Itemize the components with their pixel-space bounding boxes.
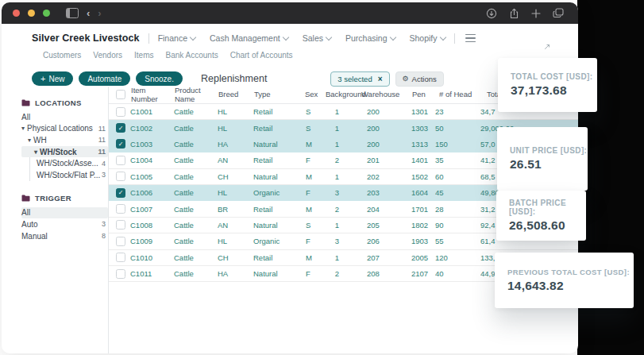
cell-sex: F	[303, 237, 325, 245]
nav-item-sales[interactable]: Sales	[303, 33, 331, 43]
snooze-button[interactable]: Snooze.	[136, 71, 183, 86]
row-checkbox[interactable]	[116, 253, 125, 262]
cell-sex: S	[303, 124, 325, 133]
expand-icon[interactable]	[543, 43, 551, 51]
menu-icon[interactable]	[465, 34, 476, 42]
cell-product-name: Cattle	[174, 124, 218, 133]
nav-item-finance[interactable]: Finance	[158, 33, 195, 43]
column-header-pen[interactable]: Pen	[411, 90, 435, 98]
close-window-button[interactable]	[13, 10, 20, 17]
column-header-sex[interactable]: Sex	[303, 90, 325, 98]
row-checkbox[interactable]: ✓	[116, 188, 125, 198]
cell-breed: AN	[218, 221, 253, 230]
location-wh-stock[interactable]: ▾WH/Stock11	[21, 146, 108, 158]
row-checkbox[interactable]	[116, 204, 125, 214]
unit-price-card: UNIT PRICE [USD]: 26.51	[497, 127, 588, 191]
cell-background: 1	[325, 124, 361, 133]
location-physical-locations[interactable]: ▾Physical Locations11	[21, 123, 108, 135]
cell-warehouse: 204	[361, 205, 411, 214]
trigger-items: AllAuto3Manual8	[21, 207, 108, 242]
zoom-window-button[interactable]	[43, 10, 50, 17]
new-tab-icon[interactable]	[531, 9, 541, 18]
column-header-product-name[interactable]: Product Name	[174, 86, 218, 103]
subnav-item-chart-of-accounts[interactable]: Chart of Accounts	[230, 51, 293, 60]
cell-sex: S	[303, 107, 325, 116]
selection-badge[interactable]: 3 selected ×	[330, 71, 389, 87]
cell-background: 2	[325, 269, 361, 278]
new-button[interactable]: +New	[32, 71, 73, 86]
back-button[interactable]: ‹	[87, 8, 90, 18]
row-checkbox[interactable]: ✓	[116, 139, 125, 149]
row-checkbox[interactable]	[116, 172, 125, 181]
cell-breed: CH	[218, 253, 253, 262]
cell-type: Retail	[253, 156, 303, 164]
page-title: Replenishment	[201, 73, 267, 84]
cell-breed: HA	[218, 269, 253, 278]
share-icon[interactable]	[509, 8, 519, 19]
nav-item-cash-management[interactable]: Cash Management	[210, 33, 288, 43]
column-header--of-head[interactable]: # of Head	[435, 90, 480, 98]
cell-sex: M	[303, 172, 325, 181]
subnav-item-bank-accounts[interactable]: Bank Accounts	[166, 51, 218, 60]
row-checkbox[interactable]: ✓	[116, 123, 125, 133]
trigger-all[interactable]: All	[21, 207, 108, 219]
select-all-checkbox[interactable]	[116, 90, 125, 99]
cell-head: 55	[435, 237, 480, 245]
cell-pen: 1802	[411, 221, 435, 230]
column-header-breed[interactable]: Breed	[218, 90, 253, 98]
item-count: 11	[98, 125, 106, 133]
column-header-type[interactable]: Type	[253, 90, 303, 98]
nav-item-purchasing[interactable]: Purchasing	[345, 33, 395, 43]
sub-nav: CustomersVendorsItemsBank AccountsChart …	[2, 48, 578, 62]
trigger-manual[interactable]: Manual8	[21, 230, 108, 242]
sidebar-item-label: WH/Stock/Asse...	[37, 159, 98, 168]
location-all[interactable]: All	[21, 111, 108, 123]
column-header-warehouse[interactable]: Warehouse	[361, 90, 411, 98]
cell-type: Retail	[253, 205, 303, 214]
sidebar-item-label: All	[21, 208, 30, 217]
chevron-down-icon	[439, 33, 445, 40]
forward-button[interactable]: ›	[98, 8, 101, 18]
tab-overview-icon[interactable]	[553, 8, 564, 18]
cell-head: 35	[435, 156, 480, 164]
locations-subtree: WH/Stock/Asse...4WH/Stock/Flat P...3	[29, 157, 108, 180]
subnav-item-customers[interactable]: Customers	[43, 51, 81, 60]
location-wh[interactable]: ▾WH11	[21, 134, 108, 146]
sidebar-item-label: WH/Stock/Flat P...	[37, 171, 100, 179]
cell-breed: AN	[218, 156, 253, 164]
cell-warehouse: 200	[361, 124, 411, 133]
nav-item-label: Purchasing	[345, 33, 388, 43]
location-wh-stock-flat-p-[interactable]: WH/Stock/Flat P...3	[30, 169, 108, 181]
cell-pen: 1903	[411, 237, 435, 245]
row-checkbox[interactable]	[116, 269, 125, 279]
row-checkbox[interactable]	[116, 220, 125, 230]
minimize-window-button[interactable]	[28, 10, 35, 17]
cell-item-number: C1011	[130, 269, 174, 278]
sidebar-item-label: Physical Locations	[27, 124, 93, 133]
trigger-auto[interactable]: Auto3	[21, 218, 108, 230]
automate-button[interactable]: Automate	[79, 71, 130, 86]
subnav-item-items[interactable]: Items	[134, 51, 153, 60]
row-checkbox[interactable]	[116, 237, 125, 246]
cell-product-name: Cattle	[174, 107, 218, 116]
cell-pen: 1502	[411, 172, 435, 181]
cell-product-name: Cattle	[174, 156, 218, 164]
cell-warehouse: 200	[361, 140, 411, 149]
total-cost-value: 37,173.68	[511, 83, 597, 98]
row-checkbox[interactable]	[116, 107, 125, 117]
nav-item-shopify[interactable]: Shopify	[410, 33, 445, 43]
clear-selection-icon[interactable]: ×	[378, 75, 383, 83]
cell-pen: 1604	[411, 188, 435, 197]
header-divider	[454, 33, 455, 44]
actions-button[interactable]: ⚙ Actions	[395, 71, 444, 87]
cell-breed: HL	[218, 237, 253, 245]
column-header-item-number[interactable]: Item Number	[130, 86, 174, 103]
row-checkbox[interactable]	[116, 156, 125, 165]
column-header-background[interactable]: Background	[325, 90, 361, 98]
app-header: Silver Creek Livestock FinanceCash Manag…	[2, 24, 578, 62]
cell-sex: F	[303, 269, 325, 278]
subnav-item-vendors[interactable]: Vendors	[93, 51, 122, 60]
location-wh-stock-asse-[interactable]: WH/Stock/Asse...4	[30, 157, 108, 169]
sidebar-toggle-icon[interactable]	[66, 8, 79, 18]
download-icon[interactable]	[486, 8, 497, 19]
